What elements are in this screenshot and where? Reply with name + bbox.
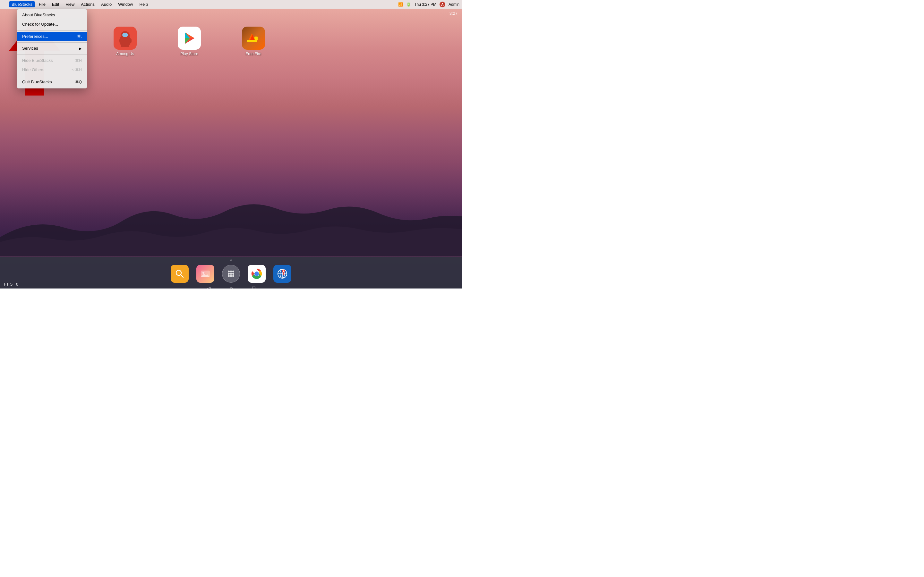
menu-edit[interactable]: Edit [49, 1, 61, 7]
menu-separator-2 [17, 42, 87, 43]
menu-help[interactable]: Help [137, 1, 151, 7]
svg-point-20 [202, 272, 204, 274]
among-us-label: Among Us [116, 52, 134, 56]
chevron-up-icon: ^ [230, 258, 232, 263]
fps-value: 0 [16, 282, 18, 287]
free-fire-icon-img [242, 27, 265, 50]
menubar-time: Thu 3:27 PM [414, 2, 436, 7]
svg-rect-3 [129, 39, 132, 43]
menu-preferences[interactable]: Preferences... ⌘, [17, 32, 87, 41]
menu-separator-4 [17, 76, 87, 76]
desktop-icon-play-store[interactable]: Play Store [176, 27, 202, 56]
menu-window[interactable]: Window [115, 1, 136, 7]
menu-separator-1 [17, 31, 87, 31]
play-store-icon-img [178, 27, 201, 50]
menu-quit[interactable]: Quit BlueStacks ⌘Q [17, 77, 87, 87]
battery-icon[interactable]: 🔋 [406, 2, 411, 7]
menu-view[interactable]: View [63, 1, 77, 7]
wifi-icon[interactable]: 📶 [398, 2, 403, 7]
svg-point-2 [122, 33, 128, 37]
menu-check-update[interactable]: Check for Update... [17, 20, 87, 29]
menu-file[interactable]: File [36, 1, 48, 7]
fps-counter: FPS 0 [0, 279, 462, 288]
taskbar-chevron[interactable]: ^ [0, 257, 462, 263]
svg-point-33 [255, 272, 258, 276]
apple-menu[interactable] [3, 4, 8, 5]
admin-label: Admin [449, 2, 459, 7]
mountain-silhouette [0, 192, 462, 256]
play-store-label: Play Store [180, 52, 198, 56]
menu-hide-others[interactable]: Hide Others ⌥⌘H [17, 65, 87, 75]
svg-point-29 [230, 275, 232, 277]
emulator-time-display: 3:27 [449, 11, 457, 16]
svg-point-40 [283, 271, 284, 272]
submenu-arrow-icon: ▶ [79, 46, 82, 51]
user-icon[interactable]: A [439, 2, 445, 7]
svg-point-25 [228, 273, 230, 275]
menubar-right: 📶 🔋 Thu 3:27 PM A Admin [398, 2, 459, 7]
fps-label: FPS [4, 282, 13, 287]
menu-audio[interactable]: Audio [99, 1, 114, 7]
menu-actions[interactable]: Actions [78, 1, 97, 7]
menu-separator-3 [17, 55, 87, 55]
menubar-left: BlueStacks File Edit View Actions Audio … [3, 1, 150, 7]
menu-services[interactable]: Services ▶ [17, 44, 87, 53]
svg-point-23 [230, 271, 232, 272]
desktop-icon-among-us[interactable]: Among Us [112, 27, 138, 56]
menubar: BlueStacks File Edit View Actions Audio … [0, 0, 462, 9]
bluestacks-dropdown-menu: About BlueStacks Check for Update... Pre… [17, 9, 87, 89]
svg-point-26 [230, 273, 232, 275]
svg-point-24 [232, 271, 234, 272]
menu-hide-bluestacks[interactable]: Hide BlueStacks ⌘H [17, 56, 87, 65]
menu-bluestacks[interactable]: BlueStacks [9, 1, 35, 7]
among-us-icon-img [113, 27, 137, 50]
menu-about-bluestacks[interactable]: About BlueStacks [17, 11, 87, 20]
svg-point-27 [232, 273, 234, 275]
svg-line-18 [181, 275, 183, 277]
svg-point-28 [228, 275, 230, 277]
desktop-icon-free-fire[interactable]: Free Fire [241, 27, 266, 56]
svg-rect-13 [254, 37, 258, 40]
svg-point-30 [232, 275, 234, 277]
free-fire-label: Free Fire [246, 52, 262, 56]
svg-point-22 [228, 271, 230, 272]
